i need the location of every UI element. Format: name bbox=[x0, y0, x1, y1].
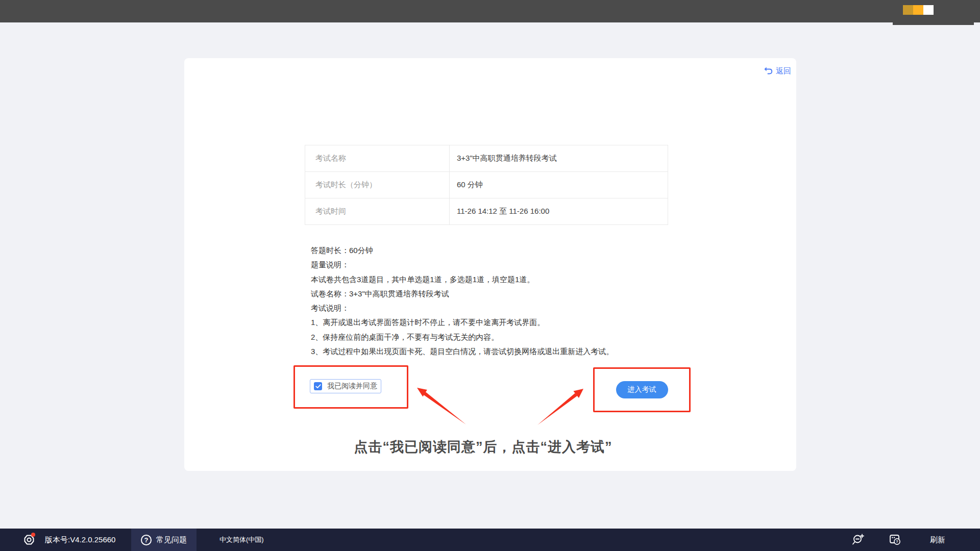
logo-square-white bbox=[923, 5, 934, 15]
exam-name-label: 考试名称 bbox=[305, 145, 450, 171]
instruction-line: 题量说明： bbox=[311, 258, 614, 272]
faq-label: 常见问题 bbox=[156, 535, 187, 545]
button-annotation-box: 进入考试 bbox=[593, 367, 691, 412]
exam-duration-value: 60 分钟 bbox=[450, 172, 668, 198]
instruction-line: 2、保持座位前的桌面干净，不要有与考试无关的内容。 bbox=[311, 330, 614, 344]
logo-square-gold bbox=[903, 5, 913, 15]
back-button[interactable]: 返回 bbox=[764, 66, 791, 76]
exam-name-value: 3+3"中高职贯通培养转段考试 bbox=[450, 145, 668, 171]
question-circle-icon: ? bbox=[141, 535, 152, 545]
agree-checkbox-group[interactable]: 我已阅读并同意 bbox=[310, 379, 381, 393]
table-row: 考试时间 11-26 14:12 至 11-26 16:00 bbox=[305, 198, 668, 225]
survey-button[interactable]: ? bbox=[888, 529, 901, 551]
agree-checkbox[interactable] bbox=[314, 382, 322, 390]
agree-checkbox-label: 我已阅读并同意 bbox=[327, 382, 377, 391]
exam-time-label: 考试时间 bbox=[305, 198, 450, 224]
table-row: 考试名称 3+3"中高职贯通培养转段考试 bbox=[305, 145, 668, 172]
instruction-line: 3、考试过程中如果出现页面卡死、题目空白情况，请尝试切换网络或退出重新进入考试。 bbox=[311, 344, 614, 359]
recording-indicator bbox=[22, 529, 36, 551]
table-row: 考试时长（分钟） 60 分钟 bbox=[305, 172, 668, 198]
top-bar bbox=[0, 0, 980, 22]
exam-info-card: 返回 考试名称 3+3"中高职贯通培养转段考试 考试时长（分钟） 60 分钟 考… bbox=[184, 58, 796, 471]
instruction-line: 1、离开或退出考试界面答题计时不停止，请不要中途离开考试界面。 bbox=[311, 315, 614, 330]
language-selector[interactable]: 中文简体(中国) bbox=[219, 529, 264, 551]
annotation-caption: 点击“我已阅读同意”后，点击“进入考试” bbox=[184, 438, 796, 456]
instruction-line: 考试说明： bbox=[311, 301, 614, 315]
enter-exam-button[interactable]: 进入考试 bbox=[616, 381, 668, 398]
check-icon bbox=[315, 384, 321, 389]
zoom-icon bbox=[851, 533, 865, 546]
faq-button[interactable]: ? 常见问题 bbox=[131, 529, 197, 551]
checkbox-annotation-box: 我已阅读并同意 bbox=[293, 365, 408, 409]
app-logo-squares bbox=[903, 5, 934, 15]
exam-time-value: 11-26 14:12 至 11-26 16:00 bbox=[450, 198, 668, 224]
exam-duration-label: 考试时长（分钟） bbox=[305, 172, 450, 198]
undo-icon bbox=[764, 67, 773, 76]
instruction-line: 试卷名称：3+3"中高职贯通培养转段考试 bbox=[311, 287, 614, 301]
instruction-line: 答题时长：60分钟 bbox=[311, 243, 614, 258]
questionnaire-icon: ? bbox=[888, 533, 901, 546]
instruction-line: 本试卷共包含3道题目，其中单选题1道，多选题1道，填空题1道。 bbox=[311, 272, 614, 287]
refresh-button[interactable]: 刷新 bbox=[930, 529, 945, 551]
top-bar-notch bbox=[893, 0, 974, 25]
logo-square-yellow bbox=[913, 5, 923, 15]
version-label: 版本号:V4.2.0.25660 bbox=[45, 529, 115, 551]
svg-text:?: ? bbox=[896, 539, 898, 544]
back-label: 返回 bbox=[776, 66, 791, 76]
zoom-control[interactable] bbox=[851, 529, 865, 551]
exam-info-table: 考试名称 3+3"中高职贯通培养转段考试 考试时长（分钟） 60 分钟 考试时间… bbox=[305, 145, 668, 225]
exam-instructions: 答题时长：60分钟 题量说明： 本试卷共包含3道题目，其中单选题1道，多选题1道… bbox=[311, 243, 614, 359]
bottom-bar: 版本号:V4.2.0.25660 ? 常见问题 中文简体(中国) ? 刷新 bbox=[0, 529, 980, 551]
recording-red-dot bbox=[31, 533, 35, 537]
